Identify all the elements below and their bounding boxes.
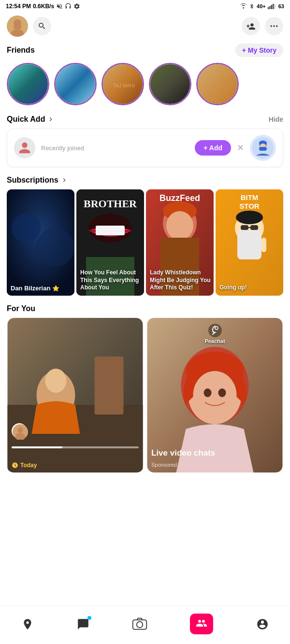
subscriptions-chevron-icon	[60, 176, 68, 184]
svg-rect-2	[269, 6, 270, 9]
svg-point-43	[45, 369, 67, 393]
camera-icon	[132, 616, 147, 632]
quick-add-card: Recently joined + Add ✕	[7, 129, 283, 167]
svg-point-53	[204, 388, 212, 397]
svg-rect-18	[259, 147, 267, 151]
brother-title: BROTHER	[76, 194, 144, 214]
progress-bar	[12, 446, 139, 448]
quick-add-left: Recently joined	[14, 137, 84, 158]
mute-icon	[56, 3, 63, 10]
svg-point-37	[236, 211, 263, 224]
search-button[interactable]	[33, 17, 51, 35]
today-icon	[12, 462, 18, 469]
nav-profile-button[interactable]	[253, 615, 272, 633]
svg-point-10	[271, 25, 272, 27]
buzzfeed-label: Lady Whistledown Might Be Judging You Af…	[150, 269, 212, 292]
story-item-1[interactable]	[7, 63, 49, 105]
dismiss-button[interactable]: ✕	[235, 143, 246, 153]
story-item-4[interactable]	[149, 63, 191, 105]
profile-icon	[256, 618, 269, 630]
wifi-icon	[239, 3, 247, 9]
brother-label: How You Feel About This Says Everything …	[80, 269, 142, 292]
svg-point-0	[243, 7, 244, 9]
video-avatar	[12, 423, 27, 439]
add-friend-button[interactable]	[242, 17, 260, 35]
top-nav-right	[242, 17, 283, 35]
more-options-button[interactable]	[265, 17, 283, 35]
quick-add-title-group: Quick Add	[7, 115, 55, 124]
subscriptions-title: Subscriptions	[7, 176, 58, 185]
bitmoji-label: Going up!	[219, 284, 281, 292]
person-placeholder	[14, 137, 35, 158]
subscription-card-buzzfeed[interactable]: BuzzFeed Lady Whistledown Might Be Judgi…	[146, 189, 214, 296]
today-label: Today	[12, 462, 37, 469]
svg-rect-9	[14, 25, 21, 29]
friends-discover-icon	[196, 617, 207, 629]
svg-point-29	[166, 211, 193, 240]
more-icon	[269, 21, 279, 31]
subscription-card-bitmoji[interactable]: BITMSTOR Going up!	[216, 189, 283, 296]
svg-text:TAJ MAHAL PALACE: TAJ MAHAL PALACE	[113, 83, 135, 88]
story-item-5[interactable]	[196, 63, 239, 105]
nav-chat-button[interactable]	[74, 615, 92, 633]
hide-button[interactable]: Hide	[269, 115, 283, 123]
status-bar: 12:54 PM 0.6KB/s 40+ 63	[0, 0, 290, 13]
my-story-button[interactable]: + My Story	[235, 43, 283, 57]
user-avatar[interactable]	[7, 15, 28, 37]
svg-point-45	[17, 427, 23, 433]
friends-header: Friends + My Story	[0, 40, 290, 60]
svg-rect-33	[237, 230, 261, 259]
add-friend-icon	[246, 22, 256, 30]
nav-discover-button[interactable]	[187, 611, 216, 637]
nav-map-button[interactable]	[18, 615, 37, 633]
for-you-card-1[interactable]: Today	[7, 318, 144, 472]
svg-rect-35	[250, 225, 258, 230]
headphone-icon	[65, 3, 72, 10]
svg-rect-38	[261, 238, 266, 252]
discover-active-indicator	[190, 614, 213, 634]
bottom-nav	[0, 605, 290, 644]
dan-bilzerian-name: Dan Bilzerian ⭐	[11, 285, 59, 292]
subscription-card-brother[interactable]: BROTHER How You Feel About This Says Eve…	[76, 189, 144, 296]
location-icon	[21, 618, 34, 630]
bitmoji-avatar	[250, 135, 276, 161]
chevron-right-icon	[47, 115, 55, 123]
story-item-3[interactable]: TAJ MAHAL PALACE	[102, 63, 144, 105]
peachat-logo	[208, 324, 221, 337]
friends-title: Friends	[7, 46, 35, 55]
svg-point-12	[276, 25, 277, 27]
peachat-badge: Peachat	[204, 324, 225, 344]
status-left: 12:54 PM 0.6KB/s	[6, 3, 80, 10]
add-button[interactable]: + Add	[195, 140, 231, 156]
for-you-card-2[interactable]: Peachat Live video chats Sponsored	[146, 318, 283, 472]
battery-level: 63	[278, 3, 284, 9]
svg-point-20	[12, 214, 41, 243]
svg-point-52	[193, 371, 237, 419]
svg-rect-1	[268, 7, 269, 10]
subscription-card-dan[interactable]: Dan Bilzerian ⭐	[7, 189, 74, 296]
svg-point-54	[218, 388, 226, 397]
svg-rect-3	[271, 5, 272, 9]
top-nav-left	[7, 15, 51, 37]
status-right: 40+ 63	[239, 3, 284, 9]
svg-rect-34	[241, 225, 248, 230]
quick-add-right: + Add ✕	[195, 135, 276, 161]
for-you-header: For You	[0, 298, 290, 316]
top-nav	[0, 13, 290, 40]
search-icon	[38, 22, 46, 30]
bitmoji-title: BITMSTOR	[216, 193, 283, 211]
svg-point-21	[36, 228, 74, 267]
settings-icon	[73, 3, 80, 10]
network-speed: 0.6KB/s	[33, 3, 54, 10]
recently-joined-label: Recently joined	[41, 144, 84, 152]
progress-fill	[12, 446, 62, 448]
nav-camera-button[interactable]	[129, 614, 150, 635]
sponsored-label: Sponsored	[151, 462, 177, 468]
subscriptions-header: Subscriptions	[0, 171, 290, 187]
story-item-2[interactable]	[54, 63, 97, 105]
time: 12:54 PM	[6, 3, 31, 10]
bluetooth-icon	[249, 3, 255, 9]
buzzfeed-title: BuzzFeed	[146, 193, 214, 203]
for-you-grid: Today	[0, 316, 290, 474]
subscriptions-grid: Dan Bilzerian ⭐ BROTHER How You Feel Abo…	[0, 187, 290, 298]
